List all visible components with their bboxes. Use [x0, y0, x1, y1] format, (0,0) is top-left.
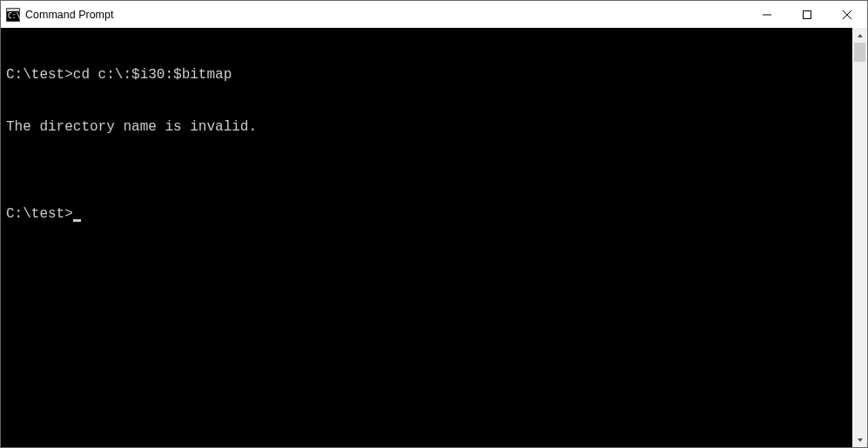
- svg-rect-1: [7, 9, 19, 11]
- scroll-down-button[interactable]: [852, 432, 867, 447]
- svg-text:C:\: C:\: [8, 12, 20, 20]
- vertical-scrollbar[interactable]: [852, 28, 867, 447]
- prompt-text: C:\test>: [6, 67, 73, 83]
- close-button[interactable]: [827, 1, 867, 28]
- command-text: cd c:\:$i30:$bitmap: [73, 67, 232, 83]
- terminal-line: C:\test>: [6, 205, 847, 223]
- maximize-button[interactable]: [787, 1, 827, 28]
- svg-marker-8: [858, 438, 863, 442]
- scrollbar-track[interactable]: [852, 43, 867, 432]
- command-prompt-window: C:\ Command Prompt C:\test>cd c:\:$i30:$…: [0, 0, 868, 448]
- cursor-icon: [73, 219, 81, 222]
- prompt-text: C:\test>: [6, 206, 73, 222]
- titlebar[interactable]: C:\ Command Prompt: [1, 1, 867, 28]
- terminal-line: C:\test>cd c:\:$i30:$bitmap: [6, 66, 847, 84]
- terminal-line: The directory name is invalid.: [6, 118, 847, 136]
- content-area: C:\test>cd c:\:$i30:$bitmap The director…: [1, 28, 867, 447]
- scrollbar-thumb[interactable]: [854, 43, 865, 62]
- cmd-icon: C:\: [6, 8, 20, 22]
- window-title: Command Prompt: [25, 9, 747, 21]
- output-text: The directory name is invalid.: [6, 119, 257, 135]
- window-controls: [747, 1, 867, 28]
- scroll-up-button[interactable]: [852, 28, 867, 43]
- terminal-output[interactable]: C:\test>cd c:\:$i30:$bitmap The director…: [1, 28, 852, 447]
- minimize-button[interactable]: [747, 1, 787, 28]
- svg-marker-7: [858, 34, 863, 37]
- svg-rect-4: [804, 10, 811, 18]
